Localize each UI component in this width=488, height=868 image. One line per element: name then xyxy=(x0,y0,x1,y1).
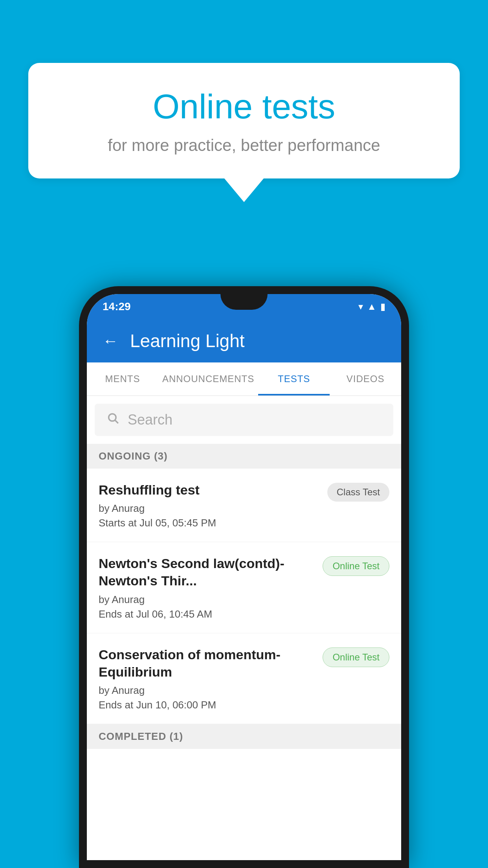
bubble-title: Online tests xyxy=(60,86,428,127)
tabs-container: MENTS ANNOUNCEMENTS TESTS VIDEOS xyxy=(87,362,401,396)
bubble-arrow xyxy=(224,178,264,202)
speech-bubble: Online tests for more practice, better p… xyxy=(28,63,460,178)
test-name: Conservation of momentum-Equilibrium xyxy=(99,646,315,680)
search-icon xyxy=(106,412,120,428)
phone-screen: 14:29 ▾ ▲ ▮ ← Learning Light MENTS ANNOU… xyxy=(87,294,401,860)
tab-ments[interactable]: MENTS xyxy=(87,362,158,395)
test-author: by Anurag xyxy=(99,594,315,606)
completed-header: COMPLETED (1) xyxy=(87,724,401,749)
bubble-subtitle: for more practice, better performance xyxy=(60,136,428,155)
test-author: by Anurag xyxy=(99,502,319,515)
tab-videos[interactable]: VIDEOS xyxy=(330,362,401,395)
wifi-icon: ▾ xyxy=(358,301,363,312)
test-item[interactable]: Conservation of momentum-Equilibrium by … xyxy=(87,633,401,724)
search-placeholder-text: Search xyxy=(128,412,172,428)
test-info: Conservation of momentum-Equilibrium by … xyxy=(99,646,315,711)
search-bar[interactable]: Search xyxy=(95,404,393,436)
test-badge: Online Test xyxy=(323,556,389,576)
test-badge: Online Test xyxy=(323,647,389,667)
test-name: Reshuffling test xyxy=(99,481,319,498)
svg-line-1 xyxy=(115,420,118,423)
test-info: Reshuffling test by Anurag Starts at Jul… xyxy=(99,481,319,529)
back-button[interactable]: ← xyxy=(103,332,118,350)
test-badge: Class Test xyxy=(327,483,389,502)
test-time: Ends at Jun 10, 06:00 PM xyxy=(99,699,315,711)
tab-announcements[interactable]: ANNOUNCEMENTS xyxy=(158,362,258,395)
test-list: Reshuffling test by Anurag Starts at Jul… xyxy=(87,469,401,860)
status-time: 14:29 xyxy=(103,300,131,313)
status-icons: ▾ ▲ ▮ xyxy=(358,301,385,312)
tab-tests[interactable]: TESTS xyxy=(258,362,330,395)
test-time: Ends at Jul 06, 10:45 AM xyxy=(99,608,315,620)
signal-icon: ▲ xyxy=(367,301,376,312)
svg-point-0 xyxy=(109,414,116,421)
promo-section: Online tests for more practice, better p… xyxy=(28,63,460,202)
test-name: Newton's Second law(contd)-Newton's Thir… xyxy=(99,555,315,589)
app-bar: ← Learning Light xyxy=(87,319,401,362)
test-time: Starts at Jul 05, 05:45 PM xyxy=(99,517,319,529)
test-item[interactable]: Reshuffling test by Anurag Starts at Jul… xyxy=(87,469,401,542)
app-title: Learning Light xyxy=(130,330,245,351)
phone-frame: 14:29 ▾ ▲ ▮ ← Learning Light MENTS ANNOU… xyxy=(79,286,409,868)
battery-icon: ▮ xyxy=(380,301,385,312)
test-info: Newton's Second law(contd)-Newton's Thir… xyxy=(99,555,315,620)
ongoing-header: ONGOING (3) xyxy=(87,444,401,469)
test-author: by Anurag xyxy=(99,684,315,697)
test-item[interactable]: Newton's Second law(contd)-Newton's Thir… xyxy=(87,542,401,633)
